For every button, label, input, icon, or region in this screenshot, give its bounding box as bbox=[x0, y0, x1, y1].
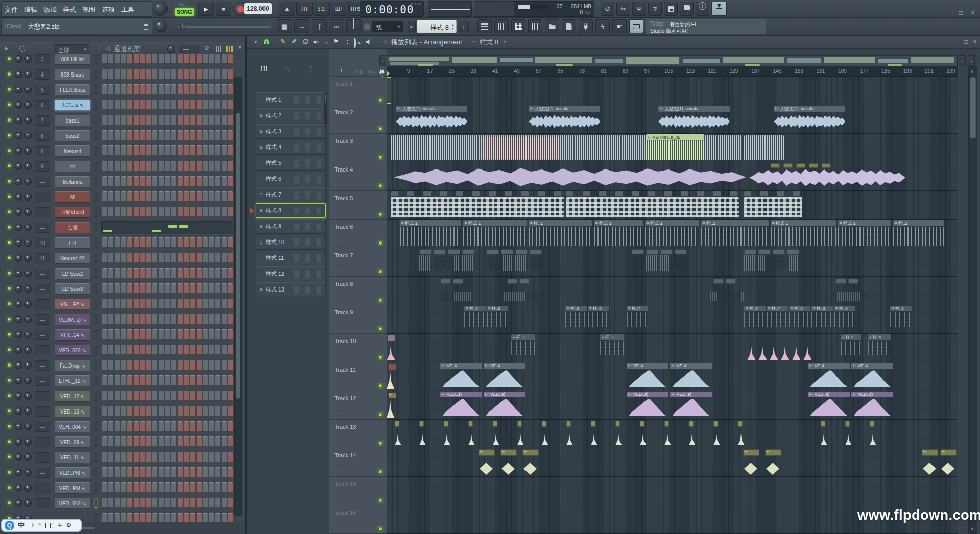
step-cell[interactable] bbox=[108, 176, 113, 187]
clip-labelchip[interactable]: ≡ 样..2 bbox=[600, 334, 624, 361]
step-cell[interactable] bbox=[165, 161, 170, 172]
step-cell[interactable] bbox=[222, 161, 227, 172]
step-cell[interactable] bbox=[178, 100, 183, 110]
step-cell[interactable] bbox=[203, 421, 208, 432]
pattern-item-13[interactable]: ≡样式 13 bbox=[256, 282, 326, 297]
scroll-up-icon[interactable]: ∧ bbox=[970, 68, 974, 75]
step-cell[interactable] bbox=[140, 329, 145, 340]
channel-select-indicator[interactable] bbox=[95, 162, 97, 171]
step-cell[interactable] bbox=[228, 253, 233, 263]
step-cell[interactable] bbox=[209, 237, 214, 248]
step-cell[interactable] bbox=[108, 54, 113, 64]
step-cell[interactable] bbox=[108, 299, 113, 309]
step-cell[interactable] bbox=[102, 268, 107, 279]
step-cell[interactable] bbox=[134, 299, 139, 309]
step-cell[interactable] bbox=[102, 452, 107, 463]
browser-toggle-button[interactable] bbox=[545, 19, 559, 33]
step-cell[interactable] bbox=[190, 421, 195, 432]
channel-button-VED..PM[interactable]: VED..PM ∿ bbox=[55, 467, 90, 478]
song-mode-button[interactable]: SONG bbox=[175, 8, 194, 16]
step-cell[interactable] bbox=[209, 268, 214, 279]
step-cell[interactable] bbox=[171, 498, 176, 508]
step-cell[interactable] bbox=[228, 314, 233, 325]
step-cell[interactable] bbox=[209, 191, 214, 202]
step-cell[interactable] bbox=[222, 69, 227, 80]
step-cell[interactable] bbox=[146, 391, 151, 401]
step-cell[interactable] bbox=[140, 375, 145, 386]
step-cell[interactable] bbox=[102, 329, 107, 340]
channel-volume-knob[interactable] bbox=[24, 208, 32, 216]
step-cell[interactable] bbox=[184, 299, 189, 309]
step-cell[interactable] bbox=[159, 482, 164, 493]
step-cell[interactable] bbox=[184, 345, 189, 355]
channel-enable-led[interactable] bbox=[7, 501, 11, 505]
step-cell[interactable] bbox=[134, 391, 139, 401]
step-cell[interactable] bbox=[209, 314, 214, 325]
step-cell[interactable] bbox=[209, 375, 214, 386]
step-cell[interactable] bbox=[134, 130, 139, 141]
clip-mini-spike[interactable] bbox=[664, 421, 672, 446]
clip-pattern[interactable]: ≡ 样式 1 bbox=[594, 220, 643, 247]
step-cell[interactable] bbox=[121, 191, 126, 202]
clip-chip[interactable] bbox=[713, 279, 724, 284]
channel-button-ETH.._12[interactable]: ETH.._12 ∿ bbox=[55, 375, 90, 386]
channel-pan-knob[interactable] bbox=[15, 438, 22, 446]
step-cell[interactable] bbox=[127, 314, 132, 325]
clip-mini-pattern[interactable] bbox=[632, 249, 644, 274]
step-cell[interactable] bbox=[115, 115, 120, 126]
clip-marker[interactable]: ⊢ bbox=[388, 335, 395, 341]
channel-volume-knob[interactable] bbox=[24, 70, 32, 78]
track-header-15[interactable]: Track 15⋯ bbox=[329, 477, 387, 505]
step-cell[interactable] bbox=[190, 467, 195, 478]
step-cell[interactable] bbox=[203, 436, 208, 447]
channel-volume-knob[interactable] bbox=[24, 377, 32, 384]
channel-select-indicator[interactable] bbox=[95, 269, 97, 278]
step-cell[interactable] bbox=[121, 253, 126, 263]
step-cell[interactable] bbox=[228, 360, 233, 371]
track-mute-led[interactable] bbox=[378, 184, 383, 188]
step-cell[interactable] bbox=[115, 69, 120, 80]
step-cell[interactable] bbox=[228, 391, 233, 401]
step-cell[interactable] bbox=[165, 84, 170, 95]
mini-clip[interactable] bbox=[809, 163, 818, 168]
menu-文件[interactable]: 文件 bbox=[2, 2, 21, 17]
channel-pan-knob[interactable] bbox=[15, 101, 22, 109]
volume-slider-handle[interactable] bbox=[180, 23, 185, 30]
step-cell[interactable] bbox=[178, 421, 183, 432]
clip-scratch-notes[interactable] bbox=[504, 292, 538, 301]
step-cell[interactable] bbox=[209, 115, 214, 126]
step-cell[interactable] bbox=[222, 436, 227, 447]
step-cell[interactable] bbox=[146, 314, 151, 325]
step-cell[interactable] bbox=[152, 253, 157, 263]
step-cell[interactable] bbox=[203, 482, 208, 493]
channel-button-Fa..Drop[interactable]: Fa..Drop ∿ bbox=[55, 360, 90, 371]
step-cell[interactable] bbox=[178, 283, 183, 294]
channel-pan-knob[interactable] bbox=[15, 55, 22, 63]
step-cell[interactable] bbox=[121, 345, 126, 355]
channel-pan-knob[interactable] bbox=[15, 86, 22, 93]
channel-volume-knob[interactable] bbox=[24, 469, 32, 476]
step-cell[interactable] bbox=[215, 268, 220, 279]
channel-select-indicator[interactable] bbox=[95, 422, 97, 431]
step-cell[interactable] bbox=[134, 54, 139, 64]
step-cell[interactable] bbox=[222, 130, 227, 141]
main-volume-knob[interactable] bbox=[153, 2, 168, 16]
step-cell[interactable] bbox=[171, 130, 176, 141]
step-cell[interactable] bbox=[140, 54, 145, 64]
step-cell[interactable] bbox=[146, 360, 151, 371]
step-cell[interactable] bbox=[203, 161, 208, 172]
step-cell[interactable] bbox=[228, 207, 233, 217]
playlist-minimize-button[interactable]: – bbox=[952, 38, 961, 45]
clip-mini-spike[interactable] bbox=[444, 421, 451, 446]
step-cell[interactable] bbox=[203, 207, 208, 217]
step-cell[interactable] bbox=[102, 467, 107, 478]
step-cell[interactable] bbox=[184, 268, 189, 279]
step-cell[interactable] bbox=[203, 115, 208, 126]
ime-keyboard-icon[interactable] bbox=[45, 523, 53, 528]
step-cell[interactable] bbox=[127, 360, 132, 371]
channel-select-indicator[interactable] bbox=[95, 315, 97, 324]
step-cell[interactable] bbox=[178, 145, 183, 156]
step-cell[interactable] bbox=[171, 161, 176, 172]
step-cell[interactable] bbox=[178, 436, 183, 447]
step-cell[interactable] bbox=[222, 345, 227, 355]
